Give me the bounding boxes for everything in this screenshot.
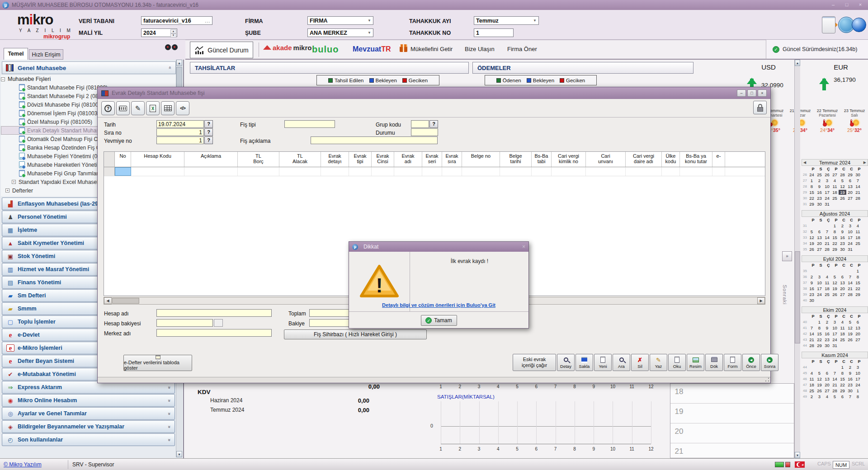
calendar-day[interactable]: 16	[816, 190, 823, 195]
calendar-day[interactable]: 29	[846, 172, 854, 177]
table-row[interactable]	[104, 167, 765, 176]
calendar-day[interactable]: 8	[854, 394, 862, 399]
calendar-day[interactable]: 12	[808, 235, 816, 240]
calendar-day[interactable]: 14	[808, 331, 816, 336]
calendar-day[interactable]: 10	[831, 325, 839, 330]
calendar-day[interactable]: 16	[839, 235, 846, 240]
calendar-day[interactable]: 25	[816, 172, 823, 177]
calendar-day[interactable]: 29	[816, 343, 823, 348]
column-header[interactable]: Evrak detayı	[321, 152, 349, 167]
table-cell[interactable]	[680, 167, 712, 176]
calendar-day[interactable]: 15	[831, 235, 839, 240]
calendar-day[interactable]: 12	[839, 184, 846, 189]
firma-select[interactable]: FIRMA▼	[307, 16, 373, 25]
close-button[interactable]: ×	[855, 1, 865, 8]
chevron-down-icon[interactable]: »	[167, 412, 172, 415]
hesap-bakiyesi-extra-field[interactable]	[214, 319, 223, 327]
calendar-day[interactable]: 30	[839, 247, 846, 252]
calendar-day[interactable]: 1	[831, 223, 839, 228]
calendar-day[interactable]: 26	[839, 196, 846, 201]
calendar-day[interactable]: 1	[854, 388, 862, 393]
hesap-adi-field[interactable]	[156, 309, 272, 317]
calendar-day[interactable]: 10	[846, 229, 854, 234]
binoculars-search-icon[interactable]	[165, 42, 178, 52]
calendar-day[interactable]: 2	[823, 320, 831, 324]
calendar-day[interactable]: 29	[854, 292, 862, 297]
alert-close-button[interactable]: ×	[522, 244, 525, 250]
calendar-day[interactable]: 2	[839, 223, 846, 228]
calendar-day[interactable]: 9	[823, 325, 831, 330]
calendar-day[interactable]: 6	[839, 394, 846, 399]
yeni-button[interactable]: Yeni	[594, 354, 612, 371]
calendar-day[interactable]: 2	[846, 365, 854, 370]
column-header[interactable]: TL Borç	[238, 152, 279, 167]
calendar-day[interactable]: 27	[831, 172, 839, 177]
scrollbar-thumb[interactable]	[795, 251, 800, 343]
calendar-day[interactable]: 19	[808, 241, 816, 246]
calendar-day[interactable]: 7	[854, 178, 862, 183]
calendar-day[interactable]: 9	[839, 229, 846, 234]
column-header[interactable]: Cari vergi kimlik no	[552, 152, 586, 167]
calendar-day[interactable]: 24	[854, 382, 862, 387]
calendar-day[interactable]: 14	[831, 376, 839, 381]
calendar-day[interactable]: 11	[808, 376, 816, 381]
calendar-day[interactable]: 21	[808, 337, 816, 342]
guncel-durum-button[interactable]: Güncel Durum	[190, 42, 253, 58]
calendar-day[interactable]: 5	[831, 274, 839, 279]
calendar-day[interactable]: 31	[831, 343, 839, 348]
calendar-day[interactable]: 20	[839, 286, 846, 291]
calendar-day[interactable]: 30	[854, 172, 862, 177]
sube-select[interactable]: ANA MERKEZ▼	[307, 28, 373, 37]
collapse-panel-icon[interactable]: »	[782, 251, 792, 261]
calendar-day[interactable]: 7	[808, 325, 816, 330]
calendar-day[interactable]: 3	[816, 274, 823, 279]
main-scrollbar[interactable]: ▲ ▼	[794, 60, 800, 458]
calendar-day[interactable]: 25	[831, 196, 839, 201]
column-header[interactable]: Ülke kodu	[662, 152, 680, 167]
code-icon[interactable]: </>	[176, 101, 189, 115]
calendar-day[interactable]: 1	[808, 178, 816, 183]
form-button[interactable]: Form	[724, 354, 741, 371]
table-cell[interactable]	[462, 167, 500, 176]
calendar-day[interactable]: 21	[854, 190, 862, 195]
scroll-up-icon[interactable]: ▲	[795, 60, 800, 66]
column-header[interactable]: Cari vergi daire adı	[626, 152, 662, 167]
calendar-day[interactable]: 31	[846, 247, 854, 252]
calendar-day[interactable]: 30	[816, 202, 823, 207]
buluo-logo[interactable]: buluo	[312, 44, 339, 55]
calendar-day[interactable]: 16	[808, 286, 816, 291]
table-cell[interactable]	[626, 167, 662, 176]
calendar-day[interactable]: 30	[846, 388, 854, 393]
calendar-day[interactable]: 3	[846, 223, 854, 228]
calendar-day[interactable]: 6	[839, 274, 846, 279]
calendar-day[interactable]: 2	[808, 274, 816, 279]
calendar-day[interactable]: 24	[831, 337, 839, 342]
calendar-next-icon[interactable]: ▶	[863, 160, 866, 164]
expand-icon[interactable]: +	[12, 180, 16, 184]
calendar-day[interactable]: 19	[839, 190, 846, 195]
calendar-day[interactable]: 9	[816, 184, 823, 189]
oku-button[interactable]: Oku	[668, 354, 686, 371]
calendar-day[interactable]: 13	[839, 280, 846, 285]
calendar-day[interactable]: 5	[808, 229, 816, 234]
tarih-field[interactable]: 19.07.2024	[156, 120, 204, 128]
table-cell[interactable]	[712, 167, 725, 176]
table-cell[interactable]	[552, 167, 586, 176]
table-cell[interactable]	[115, 167, 131, 176]
calendar-day[interactable]: 15	[839, 376, 846, 381]
mukellefini-getir-button[interactable]: Mükellefini Getir	[410, 46, 453, 52]
table-cell[interactable]	[532, 167, 552, 176]
alert-titlebar[interactable]: µ Dikkat ×	[349, 242, 528, 252]
calendar-day[interactable]: 6	[854, 320, 862, 324]
calendar-day[interactable]: 27	[839, 292, 846, 297]
column-header[interactable]: Hesap Kodu	[131, 152, 184, 167]
dialog-titlebar[interactable]: Evrak Detaylı Standart Muhasebe fişi – □…	[98, 87, 770, 99]
fis-tipi-field[interactable]	[284, 120, 335, 128]
column-header[interactable]: Açıklama	[184, 152, 238, 167]
chevron-down-icon[interactable]: »	[167, 399, 172, 402]
copyright-link[interactable]: © Mikro Yazılım	[4, 461, 42, 468]
chevron-down-icon[interactable]: »	[167, 425, 172, 428]
scroll-left-icon[interactable]: ◀	[104, 297, 112, 304]
calendar-day[interactable]: 18	[839, 331, 846, 336]
hesap-bakiyesi-field[interactable]	[156, 319, 213, 327]
